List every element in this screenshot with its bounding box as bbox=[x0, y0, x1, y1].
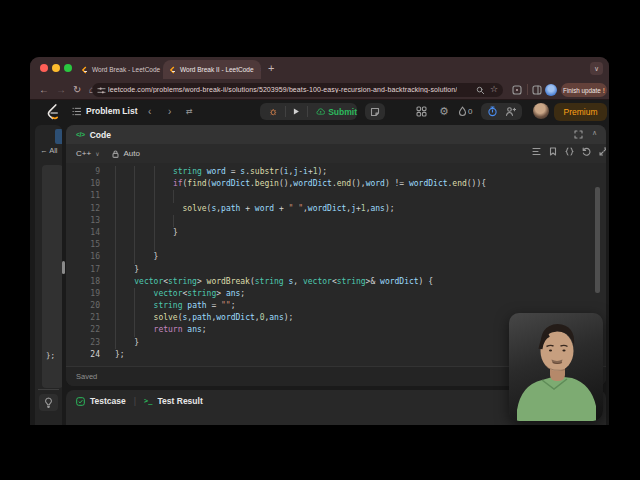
submit-button[interactable]: Submit bbox=[328, 107, 357, 117]
line-number: 19 bbox=[66, 288, 110, 300]
fullscreen-icon[interactable] bbox=[574, 130, 583, 139]
reload-icon[interactable]: ↻ bbox=[73, 83, 81, 96]
close-window-button[interactable] bbox=[40, 64, 48, 72]
url-text: leetcode.com/problems/word-break-ii/solu… bbox=[108, 86, 457, 93]
line-number: 18 bbox=[66, 276, 110, 288]
code-line-9[interactable]: 9string word = s.substr(i,j-i+1); bbox=[66, 166, 606, 178]
collapsed-description-panel[interactable]: ← All }; bbox=[35, 125, 62, 425]
tab-search-icon[interactable] bbox=[512, 85, 522, 95]
lightbulb-icon bbox=[44, 397, 53, 408]
browser-toolbar: ← → ↻ ⌂ leetcode.com/problems/word-break… bbox=[30, 79, 609, 100]
finish-update-label: Finish update bbox=[563, 87, 601, 94]
maximize-editor-icon[interactable] bbox=[599, 147, 606, 156]
presenter-portrait bbox=[509, 313, 603, 421]
search-icon[interactable] bbox=[476, 86, 485, 95]
terminal-icon: >_ bbox=[144, 397, 152, 405]
editor-scrollbar[interactable] bbox=[595, 187, 600, 293]
layout-grid-icon[interactable] bbox=[416, 106, 427, 117]
back-to-all-link[interactable]: ← All bbox=[40, 146, 58, 155]
line-number: 16 bbox=[66, 251, 110, 263]
code-line-16[interactable]: 16} bbox=[66, 251, 606, 263]
code-line-14[interactable]: 14} bbox=[66, 227, 606, 239]
run-submit-group: Submit bbox=[260, 103, 357, 120]
tab-title: Word Break - LeetCode bbox=[92, 66, 160, 73]
line-number: 12 bbox=[66, 203, 110, 215]
back-icon[interactable]: ← bbox=[39, 83, 49, 96]
browser-profile-avatar[interactable] bbox=[545, 84, 557, 96]
address-bar[interactable]: leetcode.com/problems/word-break-ii/solu… bbox=[92, 83, 503, 97]
invite-person-icon[interactable] bbox=[505, 106, 516, 117]
streak-count: 0 bbox=[468, 107, 472, 116]
tab-test-result[interactable]: Test Result bbox=[158, 396, 203, 406]
finish-update-button[interactable]: Finish update ! bbox=[561, 83, 607, 97]
next-problem-icon[interactable]: › bbox=[168, 106, 171, 117]
panel-resize-handle[interactable] bbox=[62, 261, 65, 274]
auto-save-label[interactable]: Auto bbox=[124, 149, 140, 158]
collapse-panel-chevron-icon[interactable]: ∧ bbox=[592, 129, 597, 137]
bookmark-icon[interactable] bbox=[549, 147, 557, 156]
premium-button[interactable]: Premium bbox=[554, 103, 607, 121]
minimize-window-button[interactable] bbox=[52, 64, 60, 72]
lock-icon bbox=[112, 150, 119, 158]
arrow-left-icon: ← bbox=[40, 146, 48, 155]
tab-word-break[interactable]: Word Break - LeetCode × bbox=[75, 60, 163, 79]
line-number: 9 bbox=[66, 166, 110, 178]
user-avatar[interactable] bbox=[533, 103, 549, 119]
tab-word-break-ii-active[interactable]: Word Break II - LeetCode × bbox=[163, 60, 261, 79]
code-line-19[interactable]: 19vector<string> ans; bbox=[66, 288, 606, 300]
leetcode-header: Problem List ‹ › ⇄ Submit bbox=[30, 100, 609, 123]
format-code-icon[interactable] bbox=[532, 147, 541, 156]
forward-icon[interactable]: → bbox=[56, 83, 66, 96]
code-line-12[interactable]: 12solve(s,path + word + " ",wordDict,j+1… bbox=[66, 203, 606, 215]
line-number: 23 bbox=[66, 337, 110, 349]
code-line-18[interactable]: 18vector<string> wordBreak(string s, vec… bbox=[66, 276, 606, 288]
tab-testcase[interactable]: Testcase bbox=[90, 396, 126, 406]
all-label: All bbox=[49, 146, 57, 155]
rail-divider bbox=[38, 389, 59, 390]
line-number: 22 bbox=[66, 324, 110, 336]
timer-icon[interactable] bbox=[487, 106, 498, 117]
leetcode-logo[interactable] bbox=[45, 103, 60, 120]
note-icon bbox=[370, 107, 380, 117]
code-line-11[interactable]: 11 bbox=[66, 190, 606, 202]
submit-cloud-icon[interactable] bbox=[316, 107, 325, 116]
random-problem-icon[interactable]: ⇄ bbox=[186, 107, 193, 116]
code-line-20[interactable]: 20string path = ""; bbox=[66, 300, 606, 312]
code-panel-header: </> Code ∧ bbox=[66, 125, 606, 144]
language-selector[interactable]: C++ bbox=[76, 149, 91, 158]
line-number: 17 bbox=[66, 264, 110, 276]
group-divider bbox=[285, 106, 286, 117]
prev-problem-icon[interactable]: ‹ bbox=[148, 106, 151, 117]
tab-list-chevron-icon[interactable]: ∨ bbox=[590, 62, 603, 75]
solution-doc-icon bbox=[55, 129, 62, 144]
bookmark-star-icon[interactable]: ☆ bbox=[490, 84, 498, 94]
run-icon[interactable] bbox=[293, 107, 300, 116]
problem-list-icon[interactable] bbox=[72, 107, 82, 116]
line-number: 10 bbox=[66, 178, 110, 190]
debug-icon[interactable] bbox=[269, 107, 277, 117]
line-number: 11 bbox=[66, 190, 110, 202]
clipped-code-text: }; bbox=[46, 351, 55, 360]
zoom-window-button[interactable] bbox=[64, 64, 72, 72]
console-tab-divider: | bbox=[134, 396, 136, 406]
notes-button[interactable] bbox=[365, 103, 385, 120]
code-line-15[interactable]: 15 bbox=[66, 239, 606, 251]
code-line-13[interactable]: 13 bbox=[66, 215, 606, 227]
video-frame: Word Break - LeetCode × Word Break II - … bbox=[0, 0, 640, 480]
new-tab-button[interactable]: + bbox=[268, 63, 274, 73]
line-number: 15 bbox=[66, 239, 110, 251]
extensions-icon[interactable] bbox=[532, 85, 542, 95]
code-tab-label[interactable]: Code bbox=[90, 130, 111, 140]
tab-title: Word Break II - LeetCode bbox=[180, 66, 254, 73]
undo-icon[interactable] bbox=[582, 147, 591, 156]
streak-flame-icon[interactable] bbox=[458, 106, 467, 117]
hint-button[interactable] bbox=[39, 394, 58, 411]
settings-gear-icon[interactable]: ⚙ bbox=[439, 105, 449, 118]
code-line-17[interactable]: 17} bbox=[66, 264, 606, 276]
problem-list-button[interactable]: Problem List bbox=[86, 106, 137, 116]
code-line-10[interactable]: 10if(find(wordDict.begin(),wordDict.end(… bbox=[66, 178, 606, 190]
webcam-overlay bbox=[509, 313, 603, 421]
save-status: Saved bbox=[76, 372, 97, 381]
site-settings-icon[interactable] bbox=[97, 86, 106, 95]
brackets-icon[interactable] bbox=[565, 147, 574, 156]
